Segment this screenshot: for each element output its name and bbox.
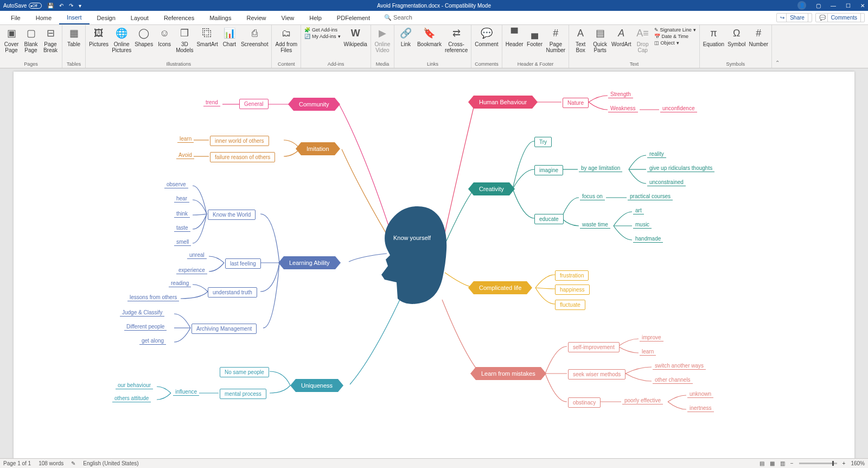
date-time-button[interactable]: 📅Date & Time [654, 34, 696, 39]
node-no-same: No same people [220, 367, 269, 377]
tab-pdfelement[interactable]: PDFelement [329, 11, 378, 24]
view-read-icon[interactable]: ▤ [760, 460, 764, 466]
maximize-icon[interactable]: ☐ [846, 3, 851, 9]
shapes-button[interactable]: ◯Shapes [135, 27, 153, 47]
node-failure-reason: failure reason of others [210, 152, 275, 162]
group-label: Comments [475, 61, 499, 68]
icons-icon: ☺ [158, 27, 171, 40]
undo-icon[interactable]: ↶ [59, 3, 63, 9]
object-icon: ◫ [654, 40, 659, 46]
icons-button[interactable]: ☺Icons [156, 27, 173, 47]
cross-reference-button[interactable]: ⇄Cross-reference [445, 27, 468, 53]
zoom-slider[interactable] [799, 463, 837, 464]
redo-icon[interactable]: ↷ [69, 3, 73, 9]
chart-button[interactable]: 📊Chart [221, 27, 238, 47]
tab-file[interactable]: File [3, 11, 28, 24]
pictures-button[interactable]: 🖼Pictures [89, 27, 108, 47]
node-learn: learn [177, 136, 194, 143]
status-words[interactable]: 108 words [39, 460, 63, 466]
node-imagine: imagine [534, 165, 563, 175]
page-break-button[interactable]: ⊟PageBreak [42, 27, 59, 53]
drop-cap-button[interactable]: A≡DropCap [635, 27, 651, 53]
view-print-icon[interactable]: ▦ [770, 460, 775, 466]
node-unreal: unreal [187, 252, 207, 259]
symbol-button[interactable]: ΩSymbol [727, 27, 745, 47]
tab-insert[interactable]: Insert [59, 11, 90, 24]
link-button[interactable]: 🔗Link [398, 27, 414, 47]
tab-review[interactable]: Review [239, 11, 274, 24]
close-icon[interactable]: ✕ [860, 3, 865, 9]
comments-button[interactable]: 💬 Comments [815, 13, 865, 22]
video-icon: ▶ [376, 27, 389, 40]
autosave-toggle[interactable]: AutoSave ● Off [3, 3, 42, 9]
page-number-button[interactable]: #PageNumber [546, 27, 566, 53]
node-learning-ability: Learning Ability [284, 256, 335, 269]
wikipedia-button[interactable]: WWikipedia [344, 27, 367, 47]
node-improve: improve [640, 334, 663, 341]
node-byage: by age limitation [579, 165, 622, 172]
node-getalong: get along [139, 338, 166, 345]
user-avatar-icon[interactable]: 👤 [797, 1, 806, 10]
object-button[interactable]: ◫Object ▾ [654, 40, 696, 46]
ribbon-options-icon[interactable]: ▢ [816, 3, 821, 9]
dropcap-icon: A≡ [636, 27, 649, 40]
text-box-button[interactable]: ATextBox [572, 27, 589, 53]
view-web-icon[interactable]: ▥ [780, 460, 785, 466]
bookmark-button[interactable]: 🔖Bookmark [417, 27, 442, 47]
smartart-button[interactable]: ⿻SmartArt [196, 27, 218, 47]
tab-references[interactable]: References [156, 11, 202, 24]
save-icon[interactable]: 💾 [47, 3, 54, 9]
center-head-icon [366, 201, 453, 309]
add-from-files-button[interactable]: 🗂Add fromFiles [275, 27, 297, 53]
header-button[interactable]: ▀Header [506, 27, 524, 47]
minimize-icon[interactable]: — [831, 3, 836, 9]
smartart-icon: ⿻ [201, 27, 214, 40]
tab-view[interactable]: View [274, 11, 302, 24]
online-pictures-button[interactable]: 🌐OnlinePictures [112, 27, 131, 53]
number-button[interactable]: #Number [749, 27, 769, 47]
search-button[interactable]: 🔍 Search [384, 14, 412, 21]
signature-line-button[interactable]: ✎Signature Line ▾ [654, 27, 696, 33]
node-avoid: Avoid [176, 152, 194, 159]
equation-button[interactable]: πEquation [703, 27, 724, 47]
tab-home[interactable]: Home [28, 11, 59, 24]
toggle-off-icon[interactable]: ● Off [29, 3, 42, 9]
document-area[interactable]: Know yourself Community General trend Im… [0, 68, 868, 458]
node-learn-from-mistakes: Learn from mistakes [476, 367, 541, 380]
node-music: music [633, 222, 652, 229]
tab-mailings[interactable]: Mailings [202, 11, 239, 24]
group-label: Media [374, 61, 391, 68]
chart-icon: 📊 [223, 27, 236, 40]
qat-more-icon[interactable]: ▾ [79, 3, 81, 9]
table-button[interactable]: ▦Table [66, 27, 82, 47]
my-addins-button[interactable]: 🔄My Add-ins ▾ [304, 34, 341, 39]
cover-page-button[interactable]: ▣CoverPage [3, 27, 20, 53]
3d-models-button[interactable]: ❒3DModels [176, 27, 193, 53]
status-page[interactable]: Page 1 of 1 [3, 460, 31, 466]
share-button[interactable]: ↪ Share [776, 13, 812, 22]
zoom-level[interactable]: 160% [851, 460, 865, 466]
collapse-ribbon-button[interactable]: ⌃ [772, 25, 783, 68]
document-page: Know yourself Community General trend Im… [14, 72, 854, 458]
node-unknown: unknown [687, 391, 713, 398]
blank-page-button[interactable]: ▢BlankPage [23, 27, 39, 53]
node-inertness: inertness [687, 405, 714, 412]
node-observe: observe [164, 181, 188, 188]
comment-button[interactable]: 💬Comment [475, 27, 498, 47]
tab-layout[interactable]: Layout [123, 11, 156, 24]
spellcheck-icon[interactable]: ✎ [71, 460, 75, 466]
tab-design[interactable]: Design [90, 11, 123, 24]
tab-help[interactable]: Help [302, 11, 329, 24]
status-language[interactable]: English (United States) [83, 460, 138, 466]
wordart-button[interactable]: AWordArt [611, 27, 631, 47]
screenshot-button[interactable]: ⎙Screenshot [241, 27, 269, 47]
node-understand-truth: understand truth [208, 287, 257, 298]
quick-parts-button[interactable]: ▤QuickParts [592, 27, 608, 53]
online-video-button[interactable]: ▶OnlineVideo [374, 27, 391, 53]
get-addins-button[interactable]: 🧩Get Add-ins [304, 27, 341, 33]
node-practical: practical courses [628, 193, 673, 200]
datetime-icon: 📅 [654, 34, 660, 39]
zoom-out-button[interactable]: − [790, 460, 794, 466]
zoom-in-button[interactable]: + [843, 460, 846, 466]
footer-button[interactable]: ▄Footer [527, 27, 543, 47]
